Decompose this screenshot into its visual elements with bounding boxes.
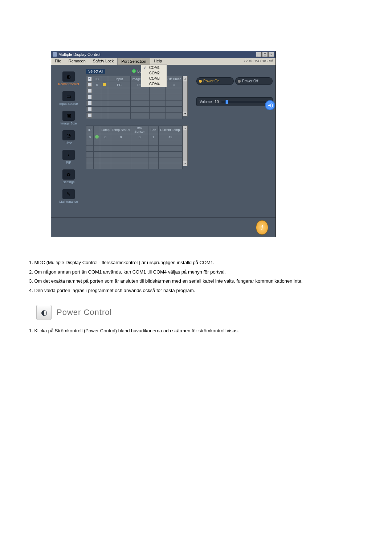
menu-port-selection[interactable]: Port Selection bbox=[117, 58, 150, 65]
table-row[interactable] bbox=[86, 88, 183, 94]
sidebar-item-settings[interactable]: ✿ Settings bbox=[51, 169, 86, 184]
col-status bbox=[101, 76, 108, 82]
bottombar: i bbox=[51, 217, 275, 237]
sidebar-item-maintenance[interactable]: ✎ Maintenance bbox=[51, 189, 86, 204]
table-row[interactable] bbox=[86, 152, 183, 157]
volume-slider[interactable] bbox=[221, 101, 269, 103]
imagesize-icon: ▣ bbox=[62, 111, 75, 121]
table-row[interactable] bbox=[86, 107, 183, 113]
table-row[interactable] bbox=[86, 146, 183, 152]
col-input: Input bbox=[108, 76, 131, 82]
pip-icon: ▪ bbox=[62, 150, 75, 160]
table-row[interactable]: 0 0 0 0 1 49 bbox=[86, 134, 183, 140]
power-section-icon: ◐ bbox=[36, 305, 52, 320]
status-dot-icon bbox=[103, 83, 106, 86]
table-row[interactable]: 0 PC 16:9 ○ ○ bbox=[86, 82, 183, 88]
select-all-button[interactable]: Select All bbox=[86, 69, 105, 74]
menu-safety-lock[interactable]: Safety Lock bbox=[89, 58, 117, 65]
table-row[interactable] bbox=[86, 100, 183, 107]
volume-value: 10 bbox=[215, 100, 219, 104]
status-table: ID Lamp Temp.Status B/R Senser Fan Curre… bbox=[86, 126, 183, 169]
sidebar: ◐ Power Control ▭ Input Source ▣ Image S… bbox=[51, 65, 86, 217]
menu-remocon[interactable]: Remocon bbox=[65, 58, 89, 65]
section-title: Power Control bbox=[57, 308, 112, 317]
scroll-down-icon[interactable]: ▾ bbox=[183, 111, 187, 116]
busy-dot-icon bbox=[132, 69, 136, 73]
port-option-com1[interactable]: COM1 bbox=[141, 65, 167, 70]
doc-paragraphs: 1. MDC (Multiple Display Control - flers… bbox=[29, 259, 363, 294]
info-button[interactable]: i bbox=[256, 220, 268, 235]
table-row[interactable] bbox=[86, 157, 183, 163]
status-dot-icon bbox=[95, 135, 99, 139]
app-icon bbox=[53, 52, 57, 57]
doc-section-p1: 1. Klicka på Strömkontroll (Power Contro… bbox=[29, 327, 363, 335]
table2-scrollbar[interactable]: ▴ ▾ bbox=[183, 126, 188, 166]
table1-scrollbar[interactable]: ▴ ▾ bbox=[183, 76, 188, 116]
section-heading: ◐ Power Control bbox=[36, 305, 363, 320]
settings-icon: ✿ bbox=[62, 169, 75, 180]
display-table: ID Input Image Size On Timer Off Timer bbox=[86, 76, 183, 119]
speaker-icon[interactable]: ◄) bbox=[265, 100, 275, 110]
power-off-button[interactable]: Power Off bbox=[235, 77, 273, 85]
col2-br: B/R Senser bbox=[131, 126, 148, 134]
power-on-button[interactable]: Power On bbox=[196, 77, 234, 85]
doc-p1: 1. MDC (Multiple Display Control - flers… bbox=[29, 259, 363, 266]
doc-p2: 2. Om någon annan port än COM1 används, … bbox=[29, 268, 363, 276]
table-row[interactable] bbox=[86, 113, 183, 119]
sidebar-item-power[interactable]: ◐ Power Control bbox=[51, 71, 86, 86]
col-id: ID bbox=[93, 76, 101, 82]
doc-p4: 4. Den valda porten lagras i programmet … bbox=[29, 287, 363, 294]
maximize-button[interactable]: □ bbox=[262, 52, 268, 57]
col-check bbox=[86, 76, 93, 82]
port-option-com2[interactable]: COM2 bbox=[141, 70, 167, 76]
scroll-up-icon[interactable]: ▴ bbox=[183, 126, 187, 131]
power-icon: ◐ bbox=[62, 71, 75, 82]
table-row[interactable] bbox=[86, 140, 183, 146]
scroll-down-icon[interactable]: ▾ bbox=[183, 161, 187, 166]
col2-ctemp: Current Temp. bbox=[159, 126, 183, 134]
power-on-dot-icon bbox=[199, 80, 202, 83]
volume-label: Volume bbox=[200, 100, 212, 104]
input-icon: ▭ bbox=[62, 91, 75, 101]
main-panel: Select All Busy bbox=[86, 65, 275, 217]
port-option-com4[interactable]: COM4 bbox=[141, 81, 167, 87]
col2-lamp: Lamp bbox=[100, 126, 111, 134]
doc-section-body: 1. Klicka på Strömkontroll (Power Contro… bbox=[29, 327, 363, 335]
app-window: Multiple Display Control _ □ × File Remo… bbox=[51, 51, 276, 237]
sidebar-item-input[interactable]: ▭ Input Source bbox=[51, 91, 86, 106]
volume-handle[interactable] bbox=[225, 100, 228, 104]
table-row[interactable] bbox=[86, 163, 183, 169]
minimize-button[interactable]: _ bbox=[256, 52, 262, 57]
col2-id: ID bbox=[86, 126, 94, 134]
time-icon: ◔ bbox=[62, 130, 75, 140]
port-dropdown: COM1 COM2 COM3 COM4 bbox=[141, 65, 167, 87]
sidebar-item-pip[interactable]: ▪ PIP bbox=[51, 150, 86, 164]
power-panel: Power On Power Off Volume 10 bbox=[196, 68, 273, 106]
maintenance-icon: ✎ bbox=[62, 189, 75, 199]
doc-p3: 3. Om det exakta namnet på porten som är… bbox=[29, 278, 363, 285]
menubar: File Remocon Safety Lock Port Selection … bbox=[51, 58, 275, 65]
col2-status bbox=[94, 126, 100, 134]
brand-label: SAMSUNG DIGITall bbox=[242, 58, 275, 65]
sidebar-item-image-size[interactable]: ▣ Image Size bbox=[51, 111, 86, 125]
power-off-dot-icon bbox=[238, 80, 241, 83]
close-button[interactable]: × bbox=[268, 52, 274, 57]
col-offtimer: Off Timer bbox=[166, 76, 183, 82]
volume-box: Volume 10 ◄) bbox=[196, 97, 273, 106]
titlebar: Multiple Display Control _ □ × bbox=[51, 51, 275, 58]
menu-help[interactable]: Help bbox=[150, 58, 166, 65]
col2-temp: Temp.Status bbox=[111, 126, 131, 134]
window-title: Multiple Display Control bbox=[58, 52, 101, 57]
row-checkbox[interactable] bbox=[87, 82, 92, 87]
port-option-com3[interactable]: COM3 bbox=[141, 76, 167, 81]
table-row[interactable] bbox=[86, 94, 183, 100]
col2-fan: Fan bbox=[148, 126, 159, 134]
sidebar-item-time[interactable]: ◔ Time bbox=[51, 130, 86, 145]
menu-file[interactable]: File bbox=[51, 58, 65, 65]
scroll-up-icon[interactable]: ▴ bbox=[183, 76, 187, 81]
